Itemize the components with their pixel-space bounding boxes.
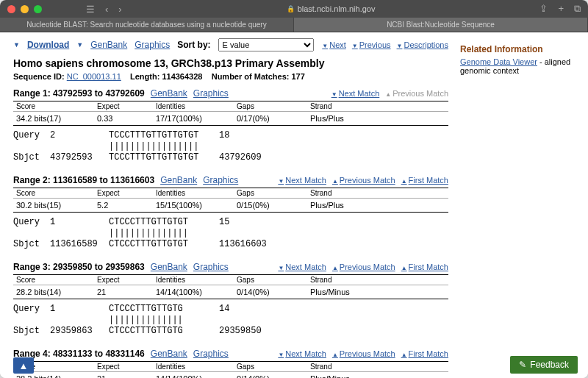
top-nav-links: Next Previous Descriptions bbox=[322, 40, 448, 49]
side-panel: Related Information Genome Data Viewer -… bbox=[456, 32, 588, 378]
prev-match-link[interactable]: Previous Match bbox=[332, 176, 395, 185]
url-bar[interactable]: 🔒 blast.ncbi.nlm.nih.gov bbox=[122, 4, 540, 13]
col-identities: Identities bbox=[153, 101, 234, 111]
val-strand: Plus/Minus bbox=[307, 287, 381, 297]
feedback-icon: ✎ bbox=[519, 360, 526, 370]
col-score: Score bbox=[13, 188, 94, 198]
val-expect: 5.2 bbox=[94, 200, 153, 210]
first-match-link[interactable]: First Match bbox=[401, 176, 448, 185]
feedback-label: Feedback bbox=[530, 360, 569, 370]
first-match-link[interactable]: First Match bbox=[401, 349, 448, 358]
col-gaps: Gaps bbox=[234, 362, 307, 371]
col-expect: Expect bbox=[94, 101, 153, 111]
col-strand: Strand bbox=[307, 101, 381, 111]
lock-icon: 🔒 bbox=[287, 5, 295, 13]
back-icon[interactable]: ‹ bbox=[105, 4, 108, 15]
stats-table: Score Expect Identities Gaps Strand 34.2… bbox=[13, 101, 448, 126]
range-header: Range 1: 43792593 to 43792609 GenBank Gr… bbox=[13, 88, 448, 99]
length-value: 114364328 bbox=[162, 72, 202, 81]
minimize-window-icon[interactable] bbox=[21, 5, 29, 13]
feedback-button[interactable]: ✎ Feedback bbox=[510, 356, 578, 374]
val-expect: 21 bbox=[94, 374, 153, 378]
sequence-meta: Sequence ID: NC_000013.11 Length: 114364… bbox=[13, 72, 448, 81]
val-gaps: 0/14(0%) bbox=[234, 374, 307, 378]
range-genbank-link[interactable]: GenBank bbox=[151, 349, 187, 359]
related-info-body: Genome Data Viewer - aligned genomic con… bbox=[460, 57, 581, 75]
alignment: Query1CTCCCTTTGTTGTGT15|||||||||||||||Sb… bbox=[13, 215, 448, 252]
val-score: 28.2 bits(14) bbox=[13, 287, 94, 297]
next-link[interactable]: Next bbox=[322, 40, 346, 49]
next-match-link[interactable]: Next Match bbox=[278, 263, 326, 271]
col-strand: Strand bbox=[307, 362, 381, 371]
val-strand: Plus/Plus bbox=[307, 113, 381, 124]
maximize-window-icon[interactable] bbox=[34, 5, 42, 13]
seq-id-link[interactable]: NC_000013.11 bbox=[67, 72, 121, 81]
col-gaps: Gaps bbox=[234, 188, 307, 198]
val-identities: 15/15(100%) bbox=[153, 200, 234, 210]
share-icon[interactable]: ⇪ bbox=[539, 3, 548, 15]
next-match-link[interactable]: Next Match bbox=[331, 89, 380, 98]
new-tab-icon[interactable]: + bbox=[558, 3, 564, 15]
range-block: Range 4: 48331133 to 48331146 GenBank Gr… bbox=[13, 349, 448, 378]
length-label: Length: bbox=[130, 72, 159, 81]
col-expect: Expect bbox=[94, 362, 153, 371]
sort-select[interactable]: E value bbox=[218, 38, 314, 51]
download-link[interactable]: Download bbox=[27, 40, 69, 50]
main-panel: ▼ Download ▼ GenBank Graphics Sort by: E… bbox=[0, 32, 456, 378]
col-identities: Identities bbox=[153, 188, 234, 198]
val-gaps: 0/17(0%) bbox=[234, 113, 307, 124]
val-gaps: 0/15(0%) bbox=[234, 200, 307, 210]
col-gaps: Gaps bbox=[234, 275, 307, 285]
genome-viewer-link[interactable]: Genome Data Viewer bbox=[460, 57, 537, 66]
range-graphics-link[interactable]: Graphics bbox=[193, 262, 229, 272]
first-match-link[interactable]: First Match bbox=[401, 263, 448, 271]
sequence-title: Homo sapiens chromosome 13, GRCh38.p13 P… bbox=[13, 57, 448, 69]
range-block: Range 3: 29359850 to 29359863 GenBank Gr… bbox=[13, 262, 448, 338]
titlebar: ☰ ‹ › 🔒 blast.ncbi.nlm.nih.gov ⇪ + ⧉ bbox=[0, 0, 588, 18]
graphics-link[interactable]: Graphics bbox=[135, 40, 170, 50]
prev-match-link[interactable]: Previous Match bbox=[332, 349, 395, 358]
col-strand: Strand bbox=[307, 275, 381, 285]
sidebar-icon[interactable]: ☰ bbox=[86, 4, 95, 15]
val-identities: 14/14(100%) bbox=[153, 374, 234, 378]
stats-table: Score Expect Identities Gaps Strand 28.2… bbox=[13, 274, 448, 299]
range-title: Range 1: 43792593 to 43792609 bbox=[13, 88, 145, 99]
range-genbank-link[interactable]: GenBank bbox=[160, 175, 197, 185]
descriptions-link[interactable]: Descriptions bbox=[397, 40, 448, 49]
col-identities: Identities bbox=[153, 275, 234, 285]
next-match-link[interactable]: Next Match bbox=[278, 349, 326, 358]
stats-table: Score Expect Identities Gaps Strand 30.2… bbox=[13, 188, 448, 213]
scroll-top-button[interactable]: ▲ bbox=[13, 357, 34, 374]
range-header: Range 3: 29359850 to 29359863 GenBank Gr… bbox=[13, 262, 448, 272]
range-block: Range 1: 43792593 to 43792609 GenBank Gr… bbox=[13, 88, 448, 165]
col-gaps: Gaps bbox=[234, 101, 307, 111]
range-graphics-link[interactable]: Graphics bbox=[193, 88, 229, 99]
range-nav: Next Match Previous Match First Match bbox=[278, 263, 448, 271]
range-graphics-link[interactable]: Graphics bbox=[193, 349, 229, 359]
col-strand: Strand bbox=[307, 188, 381, 198]
val-identities: 14/14(100%) bbox=[153, 287, 234, 297]
genbank-link[interactable]: GenBank bbox=[90, 40, 127, 50]
tabs-icon[interactable]: ⧉ bbox=[574, 3, 581, 15]
sort-by-label: Sort by: bbox=[177, 40, 210, 50]
traffic-lights bbox=[7, 5, 42, 13]
tab-blast-results[interactable]: NCBI Blast:Nucleotide Sequence bbox=[294, 18, 588, 32]
prev-match-link[interactable]: Previous Match bbox=[332, 263, 395, 271]
range-title: Range 3: 29359850 to 29359863 bbox=[13, 262, 145, 272]
prev-match-link: Previous Match bbox=[385, 89, 448, 98]
col-score: Score bbox=[13, 101, 94, 111]
nav-icons: ☰ ‹ › bbox=[86, 4, 122, 15]
range-genbank-link[interactable]: GenBank bbox=[151, 262, 187, 272]
toolbar-right: ⇪ + ⧉ bbox=[539, 3, 581, 15]
val-strand: Plus/Minus bbox=[307, 374, 381, 378]
url-text: blast.ncbi.nlm.nih.gov bbox=[298, 4, 376, 13]
previous-link[interactable]: Previous bbox=[352, 40, 391, 49]
range-graphics-link[interactable]: Graphics bbox=[203, 175, 238, 185]
range-nav: Next Match Previous Match First Match bbox=[278, 176, 448, 185]
range-genbank-link[interactable]: GenBank bbox=[151, 88, 187, 99]
next-match-link[interactable]: Next Match bbox=[278, 176, 326, 185]
tab-blast-search[interactable]: Nucleotide BLAST: Search nucleotide data… bbox=[0, 18, 294, 32]
related-info-title: Related Information bbox=[460, 44, 581, 54]
col-expect: Expect bbox=[94, 188, 153, 198]
close-window-icon[interactable] bbox=[7, 5, 15, 13]
